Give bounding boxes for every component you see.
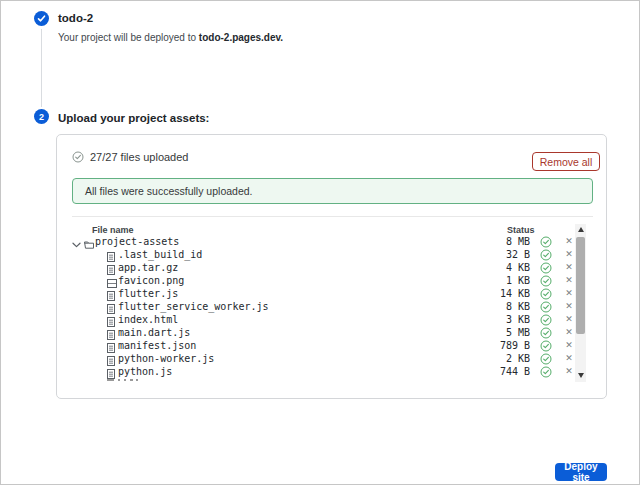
remove-file-icon[interactable]: ✕ [563,352,575,365]
page: todo-2 Your project will be deployed to … [0,0,640,485]
scrollbar-down-arrow-icon[interactable] [575,370,586,381]
file-size: 789 B [500,339,530,352]
file-name: flutter_service_worker.js [118,300,269,313]
file-icon [107,367,115,380]
table-row[interactable]: project-assets8 MB✕ [72,235,586,248]
upload-success-banner: All files were successfully uploaded. [72,178,593,204]
file-name: .last_build_id [118,248,202,261]
step-number: 2 [39,112,44,122]
table-row[interactable]: .last_build_id32 B✕ [72,248,586,261]
remove-file-icon[interactable]: ✕ [563,326,575,339]
remove-file-icon[interactable]: ✕ [563,313,575,326]
file-icon [107,265,115,275]
file-size: 2 KB [506,352,530,365]
file-size: 8 MB [506,235,530,248]
file-icon [107,330,115,340]
table-row[interactable]: python.js744 B✕ [72,365,586,378]
project-name-title: todo-2 [58,12,93,24]
file-name: python.js [118,365,172,378]
file-name: project-assets [95,235,179,248]
remove-file-icon[interactable]: ✕ [563,339,575,352]
file-name-column-header: File name [92,225,134,235]
deploy-site-button[interactable]: Deploy site [555,463,607,481]
remove-file-icon[interactable]: ✕ [563,287,575,300]
uploaded-check-icon [540,236,552,248]
file-list-scrollbar[interactable] [575,224,586,382]
check-icon [37,14,46,23]
file-icon [107,252,115,262]
file-name: flutter.js [118,287,178,300]
table-row[interactable]: flutter_service_worker.js8 KB✕ [72,300,586,313]
uploaded-check-icon [540,275,552,287]
remove-file-icon[interactable]: ✕ [563,300,575,313]
file-icon [107,304,115,314]
file-list: project-assets8 MB✕.last_build_id32 B✕ap… [72,235,586,382]
file-icon [107,356,115,366]
upload-assets-card: 27/27 files uploaded Remove all All file… [56,134,607,399]
remove-file-icon[interactable]: ✕ [563,235,575,248]
success-message: All files were successfully uploaded. [85,185,253,197]
card-divider [72,216,593,217]
description-text: Your project will be deployed to [58,32,199,43]
deploy-domain: todo-2.pages.dev. [199,32,283,43]
file-size: 32 B [506,248,530,261]
table-row[interactable]: app.tar.gz4 KB✕ [72,261,586,274]
file-name: app.tar.gz [118,261,178,274]
uploaded-check-icon [540,353,552,365]
remove-all-button[interactable]: Remove all [532,152,600,171]
file-name: favicon.png [118,274,184,287]
upload-summary-row: 27/27 files uploaded [72,151,188,163]
remove-file-icon[interactable]: ✕ [563,365,575,378]
file-size: 744 B [500,365,530,378]
file-icon [107,291,115,301]
remove-file-icon[interactable]: ✕ [563,248,575,261]
file-size: 1 KB [506,274,530,287]
uploaded-check-icon [540,366,552,378]
table-row[interactable]: python-worker.js2 KB✕ [72,352,586,365]
remove-file-icon[interactable]: ✕ [563,261,575,274]
file-size: 4 KB [506,261,530,274]
file-icon [107,343,115,353]
table-row[interactable]: index.html3 KB✕ [72,313,586,326]
scrollbar-up-arrow-icon[interactable] [575,224,586,235]
table-row[interactable]: flutter.js14 KB✕ [72,287,586,300]
status-column-header: Status [507,225,535,235]
table-row[interactable]: manifest.json789 B✕ [72,339,586,352]
uploaded-check-icon [540,262,552,274]
remove-file-icon[interactable]: ✕ [563,274,575,287]
step-connector-line [41,29,42,107]
file-icon [107,317,115,327]
upload-step-title: Upload your project assets: [58,112,209,124]
uploaded-summary-check-icon [72,151,84,163]
files-uploaded-count: 27/27 files uploaded [90,151,188,163]
step-2-indicator: 2 [34,109,49,124]
file-name: index.html [118,313,178,326]
scrollbar-thumb[interactable] [576,237,585,334]
file-size: 3 KB [506,313,530,326]
uploaded-check-icon [540,249,552,261]
step-1-completed-indicator [34,11,49,26]
uploaded-check-icon [540,314,552,326]
file-icon [107,369,115,379]
file-name: python-worker.js [118,352,214,365]
uploaded-check-icon [540,301,552,313]
file-size: 14 KB [500,287,530,300]
uploaded-check-icon [540,288,552,300]
file-name: manifest.json [118,339,196,352]
file-name: main.dart.js [118,326,190,339]
table-row[interactable]: favicon.png1 KB✕ [72,274,586,287]
file-size: 5 MB [506,326,530,339]
uploaded-check-icon [540,327,552,339]
uploaded-check-icon [540,366,552,379]
table-row[interactable]: main.dart.js5 MB✕ [72,326,586,339]
file-size: 8 KB [506,300,530,313]
uploaded-check-icon [540,340,552,352]
deploy-target-description: Your project will be deployed to todo-2.… [58,32,283,43]
